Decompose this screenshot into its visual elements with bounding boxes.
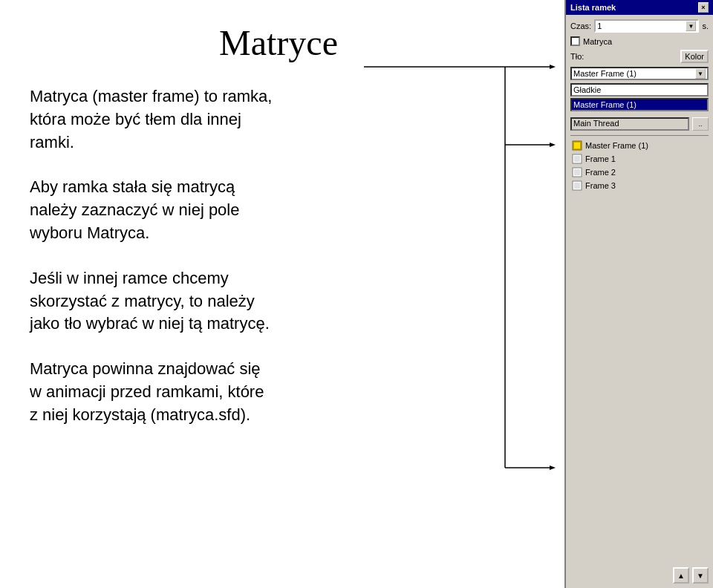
frame-list-label-1: Frame 1 xyxy=(585,154,616,163)
panel-close-button[interactable]: × xyxy=(698,2,709,13)
svg-rect-11 xyxy=(574,156,580,162)
czas-label: Czas: xyxy=(570,22,591,30)
svg-marker-6 xyxy=(550,466,556,470)
master-frame-selected-label: Master Frame (1) xyxy=(573,100,637,109)
main-thread-label: Main Thread xyxy=(573,119,619,128)
frame-list: Master Frame (1) Frame 1 Frame 2 xyxy=(570,139,709,192)
paragraph-1: Matryca (master frame) to ramka, która m… xyxy=(30,85,527,154)
tlo-kolor-button[interactable]: Kolor xyxy=(680,50,709,63)
nav-up-button[interactable]: ▲ xyxy=(673,567,689,584)
panel-body: Czas: 1 ▼ s. Matryca Tło: Kolor Master F… xyxy=(566,15,713,197)
frame-2-icon xyxy=(572,167,582,177)
paragraph-4: Matryca powinna znajdować się w animacji… xyxy=(30,358,527,426)
svg-marker-3 xyxy=(550,143,556,147)
czas-input[interactable]: 1 ▼ xyxy=(594,19,699,33)
svg-rect-9 xyxy=(574,143,580,148)
frame-list-item-1[interactable]: Frame 1 xyxy=(570,152,709,166)
main-thread-input[interactable]: Main Thread xyxy=(570,117,689,131)
matryca-checkbox-label: Matryca xyxy=(583,37,612,46)
paragraph-3: Jeśli w innej ramce chcemy skorzystać z … xyxy=(30,267,527,336)
paragraph-2: Aby ramka stała się matrycą należy zazna… xyxy=(30,176,527,244)
master-frame-icon xyxy=(572,140,582,151)
main-thread-row: Main Thread .. xyxy=(570,117,709,131)
panel-bottom-buttons: ▲ ▼ xyxy=(570,567,709,584)
master-frame-dropdown-row: Master Frame (1) ▼ xyxy=(570,67,709,80)
smooth-option-label: Gładkie xyxy=(573,85,601,94)
nav-down-button[interactable]: ▼ xyxy=(692,567,709,584)
master-frame-dropdown-arrow[interactable]: ▼ xyxy=(695,68,706,79)
svg-rect-13 xyxy=(574,169,580,175)
czas-dropdown-arrow[interactable]: ▼ xyxy=(686,21,696,31)
matryca-checkbox-row: Matryca xyxy=(570,36,709,46)
divider-1 xyxy=(570,135,709,136)
matryca-checkbox[interactable] xyxy=(570,36,580,46)
panel-titlebar: Lista ramek × xyxy=(566,0,713,15)
frame-1-icon xyxy=(572,154,582,164)
master-frame-selected-option[interactable]: Master Frame (1) xyxy=(570,98,709,111)
czas-row: Czas: 1 ▼ s. xyxy=(570,19,709,33)
tlo-label: Tło: xyxy=(570,52,584,61)
main-content: Matryce Matryca (master frame) to ramka,… xyxy=(0,0,557,588)
svg-rect-15 xyxy=(574,183,580,189)
frame-3-icon xyxy=(572,180,582,191)
czas-unit: s. xyxy=(702,22,709,30)
svg-marker-1 xyxy=(550,65,556,69)
czas-value: 1 xyxy=(597,22,602,30)
frame-list-label-2: Frame 2 xyxy=(585,168,616,177)
smooth-option[interactable]: Gładkie xyxy=(570,83,709,97)
frame-list-item-2[interactable]: Frame 2 xyxy=(570,166,709,179)
main-thread-button[interactable]: .. xyxy=(692,117,709,131)
panel-title: Lista ramek xyxy=(570,3,616,12)
frames-panel: Lista ramek × Czas: 1 ▼ s. Matryca Tło: … xyxy=(564,0,713,588)
page-title: Matryce xyxy=(30,22,527,63)
master-frame-dropdown-value: Master Frame (1) xyxy=(573,69,637,78)
frame-list-label-0: Master Frame (1) xyxy=(585,141,648,150)
frame-list-label-3: Frame 3 xyxy=(585,181,616,190)
frame-list-item-0[interactable]: Master Frame (1) xyxy=(570,139,709,152)
master-frame-dropdown[interactable]: Master Frame (1) ▼ xyxy=(570,67,709,80)
frame-list-item-3[interactable]: Frame 3 xyxy=(570,179,709,192)
tlo-row: Tło: Kolor xyxy=(570,50,709,63)
